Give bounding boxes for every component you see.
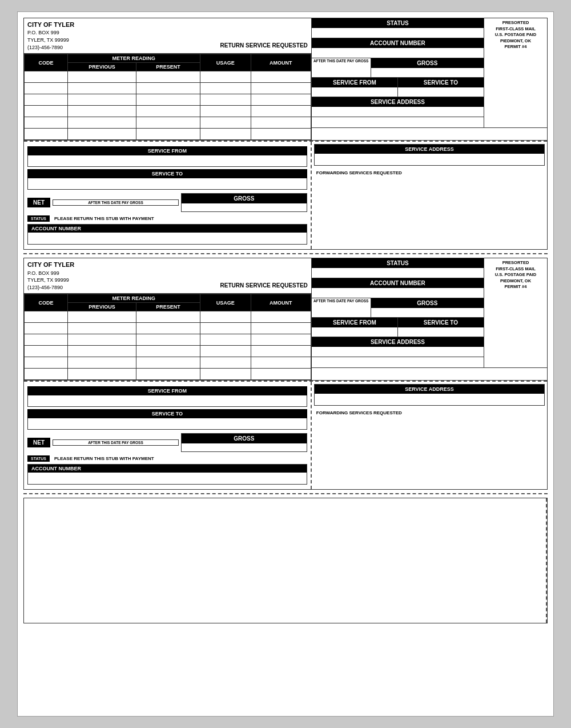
- section-separator: [23, 253, 548, 254]
- bill2-service-from-label: SERVICE FROM: [312, 318, 397, 327]
- bill2-account-number-stub-value: [28, 473, 307, 484]
- bill2-status-section: STATUS ACCOUNT NUMBER AFTER THIS DATE PA…: [312, 258, 484, 367]
- stub-service-to-value: [27, 178, 307, 190]
- bill2-service-from-to-row: SERVICE FROM SERVICE TO: [312, 318, 484, 337]
- gross-stub-label: GROSS: [182, 194, 307, 203]
- phone: (123)-456-7890: [27, 44, 220, 51]
- bill2-account-number-value: [312, 288, 484, 298]
- after-date-label: AFTER THIS DATE PAY GROSS: [312, 58, 371, 77]
- gross-label-top: GROSS: [371, 58, 484, 68]
- presort-text: PRESORTED FIRST-CLASS MAIL U.S. POSTAGE …: [487, 20, 544, 50]
- meter-table: CODE METER READING USAGE AMOUNT PREVIOUS…: [24, 54, 311, 140]
- bill1-right: STATUS ACCOUNT NUMBER AFTER THIS DATE PA…: [312, 18, 547, 140]
- status-value: [312, 28, 484, 38]
- bill2-net-label: NET: [27, 438, 50, 447]
- bill2-phone: (123)-456-7890: [27, 284, 220, 291]
- bill2-after-date-value: GROSS: [371, 298, 484, 317]
- please-return-text: PLEASE RETURN THIS STUB WITH PAYMENT: [54, 216, 154, 221]
- stub-service-address-value: [315, 154, 544, 165]
- service-to-label: SERVICE TO: [398, 78, 484, 87]
- present-header: PRESENT: [136, 63, 200, 71]
- bill2-wrapper: CITY OF TYLER P.O. BOX 999 TYLER, TX 999…: [23, 258, 548, 490]
- stub-service-address-box: SERVICE ADDRESS: [314, 144, 545, 166]
- page-container: CITY OF TYLER P.O. BOX 999 TYLER, TX 999…: [17, 11, 554, 717]
- bill2-service-address-value: [312, 347, 484, 357]
- service-to-stub: SERVICE TO: [27, 169, 307, 190]
- bill2-presort-box: PRESORTED FIRST-CLASS MAIL U.S. POSTAGE …: [484, 258, 547, 367]
- bill2-right-top: STATUS ACCOUNT NUMBER AFTER THIS DATE PA…: [312, 258, 547, 368]
- account-number-value: [312, 48, 484, 58]
- net-gross-row: NET AFTER THIS DATE PAY GROSS GROSS: [27, 193, 307, 212]
- bill2-after-date-label: AFTER THIS DATE PAY GROSS: [312, 298, 371, 317]
- status-stub-label: STATUS: [27, 215, 50, 222]
- stub-service-to-label: SERVICE TO: [27, 169, 307, 178]
- bill2-gross-label-top: GROSS: [371, 298, 484, 308]
- bill2-stub: SERVICE FROM SERVICE TO NET AFTER THIS D…: [24, 382, 547, 489]
- po-box: P.O. BOX 999: [27, 29, 220, 37]
- bill2-presort-text: PRESORTED FIRST-CLASS MAIL U.S. POSTAGE …: [487, 260, 544, 290]
- meter-reading-header: METER READING: [67, 54, 200, 63]
- bill2-stub-service-to-label: SERVICE TO: [27, 409, 307, 418]
- bill2-previous-header: PREVIOUS: [67, 303, 136, 311]
- bill2-service-from-stub: SERVICE FROM: [27, 386, 307, 407]
- account-number-label: ACCOUNT NUMBER: [312, 38, 484, 48]
- return-service: RETURN SERVICE REQUESTED: [220, 42, 308, 51]
- account-number-stub-label: ACCOUNT NUMBER: [28, 225, 307, 233]
- bill1-top: CITY OF TYLER P.O. BOX 999 TYLER, TX 999…: [24, 18, 547, 141]
- usage-header: USAGE: [200, 54, 251, 71]
- stub2-left: SERVICE FROM SERVICE TO NET AFTER THIS D…: [24, 382, 312, 489]
- bill2-stub-service-to-value: [27, 418, 307, 430]
- stub-service-from-label: SERVICE FROM: [27, 146, 307, 155]
- bill2-stub-service-address-box: SERVICE ADDRESS: [314, 384, 545, 406]
- service-from-to-row: SERVICE FROM SERVICE TO: [312, 78, 484, 97]
- code-header: CODE: [25, 54, 68, 71]
- bill1-right-top: STATUS ACCOUNT NUMBER AFTER THIS DATE PA…: [312, 18, 547, 128]
- after-date-stub: AFTER THIS DATE PAY GROSS: [53, 199, 179, 206]
- bill1-wrapper: CITY OF TYLER P.O. BOX 999 TYLER, TX 999…: [23, 18, 548, 250]
- after-date-stub-label: AFTER THIS DATE PAY GROSS: [53, 200, 178, 205]
- bill1-left: CITY OF TYLER P.O. BOX 999 TYLER, TX 999…: [24, 18, 312, 140]
- gross-value-top: [371, 68, 484, 77]
- stub-service-address-label: SERVICE ADDRESS: [315, 145, 544, 154]
- service-address-value2: [312, 117, 484, 127]
- bill2-service-to-stub: SERVICE TO: [27, 409, 307, 430]
- bill2-service-address-value2: [312, 357, 484, 367]
- bill2-status-value: [312, 268, 484, 278]
- bill2-city-name: CITY OF TYLER: [27, 261, 220, 269]
- bill2-after-date-stub-label: AFTER THIS DATE PAY GROSS: [53, 440, 178, 445]
- service-to-value: [398, 87, 484, 97]
- service-to-section: SERVICE TO: [398, 78, 484, 97]
- forwarding-text: FORWARDING SERVICES REQUESTED: [314, 168, 545, 178]
- gross-stub: GROSS: [181, 193, 307, 212]
- bill2-service-to-section: SERVICE TO: [398, 318, 484, 337]
- bill2-service-from-value: [312, 327, 397, 337]
- bill2-stub-service-address-label: SERVICE ADDRESS: [315, 385, 544, 394]
- section-separator-2: [23, 493, 548, 494]
- bill2-left: CITY OF TYLER P.O. BOX 999 TYLER, TX 999…: [24, 258, 312, 380]
- right-vert-dashed: [546, 498, 547, 623]
- bill2-status-stub-label: STATUS: [27, 455, 50, 462]
- bill2-service-to-label: SERVICE TO: [398, 318, 484, 327]
- bill2-po-box: P.O. BOX 999: [27, 270, 220, 277]
- bill2-status-stub-row: STATUS PLEASE RETURN THIS STUB WITH PAYM…: [27, 455, 307, 462]
- blank-section: [23, 498, 548, 623]
- amount-header: AMOUNT: [251, 54, 311, 71]
- bill2-gross-stub: GROSS: [181, 433, 307, 452]
- bill2-stub-service-from-value: [27, 395, 307, 407]
- service-from-stub: SERVICE FROM: [27, 146, 307, 167]
- gross-stub-value: [182, 203, 307, 211]
- city-name: CITY OF TYLER: [27, 21, 220, 29]
- stub-service-from-value: [27, 155, 307, 167]
- stub1-right: SERVICE ADDRESS FORWARDING SERVICES REQU…: [312, 142, 547, 249]
- bill2-service-address-label: SERVICE ADDRESS: [312, 337, 484, 347]
- account-number-stub-box: ACCOUNT NUMBER: [27, 224, 307, 245]
- service-from-section: SERVICE FROM: [312, 78, 398, 97]
- service-address-value: [312, 107, 484, 117]
- bill2-header: CITY OF TYLER P.O. BOX 999 TYLER, TX 999…: [24, 258, 311, 294]
- bill2-please-return-text: PLEASE RETURN THIS STUB WITH PAYMENT: [54, 456, 154, 461]
- city-info: CITY OF TYLER P.O. BOX 999 TYLER, TX 999…: [27, 21, 220, 51]
- status-label: STATUS: [312, 18, 484, 28]
- bill2-stub-service-from-label: SERVICE FROM: [27, 386, 307, 395]
- bill2-forwarding-text: FORWARDING SERVICES REQUESTED: [314, 408, 545, 418]
- bill1-header: CITY OF TYLER P.O. BOX 999 TYLER, TX 999…: [24, 18, 311, 54]
